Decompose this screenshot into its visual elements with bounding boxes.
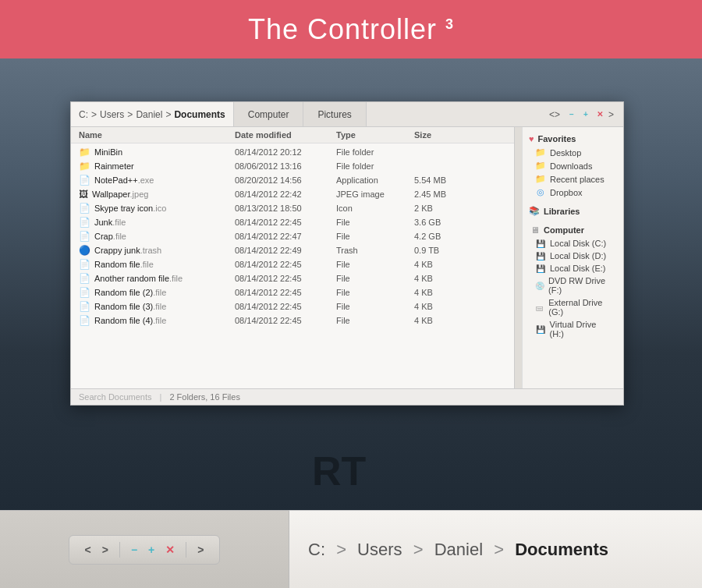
file-size: 0.9 TB xyxy=(414,246,477,255)
table-row[interactable]: 📄 Random file.file 08/14/2012 22:45 File… xyxy=(71,257,514,271)
file-date: 08/20/2012 14:56 xyxy=(235,175,336,185)
table-row[interactable]: 📄 Another random file.file 08/14/2012 22… xyxy=(71,271,514,285)
sidebar-computer-section: 🖥 Computer 💾 Local Disk (C:) 💾 Local Dis… xyxy=(523,223,623,340)
col-name: Name xyxy=(79,130,235,140)
sidebar-item-drive-g[interactable]: 🖴 External Drive (G:) xyxy=(523,296,623,318)
sidebar-item-drive-f[interactable]: 💿 DVD RW Drive (F:) xyxy=(523,275,623,296)
tab-computer[interactable]: Computer xyxy=(234,102,304,126)
disk-icon: 💿 xyxy=(535,282,544,290)
bc-users: Users xyxy=(100,109,124,120)
table-row[interactable]: 📄 NotePad++.exe 08/20/2012 14:56 Applica… xyxy=(71,173,514,187)
nav-forward-btn[interactable]: > xyxy=(194,542,207,558)
file-type: Trash xyxy=(336,246,414,255)
minimize-button[interactable]: − xyxy=(566,109,577,120)
file-size: 2 KB xyxy=(414,204,477,213)
file-type-icon: 📄 xyxy=(79,175,90,186)
table-row[interactable]: 📁 MiniBin 08/14/2012 20:12 File folder xyxy=(71,145,514,159)
col-date: Date modified xyxy=(235,130,336,140)
sidebar-item-dropbox[interactable]: ◎ Dropbox xyxy=(523,186,623,199)
file-type: File folder xyxy=(336,147,414,157)
fm-content: Name Date modified Type Size 📁 MiniBin 0… xyxy=(71,127,623,388)
table-row[interactable]: 🔵 Crappy junk.trash 08/14/2012 22:49 Tra… xyxy=(71,243,514,257)
favorites-label: Favorites xyxy=(538,134,576,143)
window-controls: <> − + ✕ > xyxy=(543,102,623,126)
file-type: File xyxy=(336,218,414,227)
table-row[interactable]: 📄 Random file (2).file 08/14/2012 22:45 … xyxy=(71,285,514,299)
table-row[interactable]: 📄 Random file (3).file 08/14/2012 22:45 … xyxy=(71,299,514,313)
file-type: File folder xyxy=(336,161,414,171)
table-row[interactable]: 🖼 Wallpaper.jpeg 08/14/2012 22:42 JPEG i… xyxy=(71,187,514,201)
sidebar: ♥ Favorites 📁 Desktop 📁 Downloads 📁 Rece… xyxy=(522,127,623,388)
file-name: 🔵 Crappy junk.trash xyxy=(79,245,235,256)
disk-icon: 💾 xyxy=(535,239,546,248)
file-type: File xyxy=(336,288,414,297)
heart-icon: ♥ xyxy=(529,134,534,143)
file-name: 🖼 Wallpaper.jpeg xyxy=(79,189,235,200)
bottom-right-panel: C: > Users > Daniel > Documents xyxy=(289,510,702,588)
file-size: 4 KB xyxy=(414,316,477,325)
sidebar-item-drive-e[interactable]: 💾 Local Disk (E:) xyxy=(523,262,623,275)
table-row[interactable]: 📄 Random file (4).file 08/14/2012 22:45 … xyxy=(71,313,514,328)
nav-right-btn[interactable]: > xyxy=(99,542,112,558)
table-row[interactable]: 📄 Crap.file 08/14/2012 22:47 File 4.2 GB xyxy=(71,229,514,243)
nav-close-btn[interactable]: ✕ xyxy=(162,542,178,558)
sidebar-item-desktop[interactable]: 📁 Desktop xyxy=(523,146,623,159)
file-date: 08/06/2012 13:16 xyxy=(235,161,336,171)
sidebar-item-recent[interactable]: 📁 Recent places xyxy=(523,172,623,186)
app-title: The Controller 3 xyxy=(248,13,454,46)
libraries-label: Libraries xyxy=(544,207,580,216)
file-size: 2.45 MB xyxy=(414,190,477,199)
bc2-c: C: xyxy=(308,540,325,559)
file-type-icon: 📄 xyxy=(79,231,90,242)
file-date: 08/14/2012 22:42 xyxy=(235,190,336,199)
file-date: 08/13/2012 18:50 xyxy=(235,204,336,213)
file-date: 08/14/2012 22:45 xyxy=(235,288,336,297)
watermark: RT xyxy=(312,448,366,494)
close-button[interactable]: ✕ xyxy=(594,109,605,120)
tab-bar: C: > Users > Daniel > Documents Computer… xyxy=(71,102,623,127)
search-documents[interactable]: Search Documents xyxy=(79,392,152,402)
folder-icon: 📁 xyxy=(535,161,546,171)
file-size: 4.2 GB xyxy=(414,232,477,241)
file-size: 5.54 MB xyxy=(414,175,477,185)
disk-icon: 💾 xyxy=(535,264,546,273)
add-button[interactable]: + xyxy=(580,109,591,120)
table-row[interactable]: 📁 Rainmeter 08/06/2012 13:16 File folder xyxy=(71,159,514,173)
disk-icon: 🖴 xyxy=(535,303,544,312)
table-row[interactable]: 📄 Skype tray icon.ico 08/13/2012 18:50 I… xyxy=(71,201,514,215)
bc-daniel: Daniel xyxy=(136,109,162,120)
bc-documents: Documents xyxy=(174,109,225,120)
computer-label: Computer xyxy=(544,225,584,235)
sidebar-item-drive-c[interactable]: 💾 Local Disk (C:) xyxy=(523,237,623,250)
scrollbar[interactable] xyxy=(514,127,522,388)
file-type: File xyxy=(336,274,414,283)
nav-forward-icon[interactable]: > xyxy=(608,109,614,120)
file-type: Application xyxy=(336,175,414,185)
file-type-icon: 🖼 xyxy=(79,189,88,200)
sidebar-item-drive-d[interactable]: 💾 Local Disk (D:) xyxy=(523,250,623,262)
sidebar-item-downloads[interactable]: 📁 Downloads xyxy=(523,159,623,172)
nav-minus-btn[interactable]: − xyxy=(128,542,140,558)
file-date: 08/14/2012 22:45 xyxy=(235,302,336,311)
file-size: 4 KB xyxy=(414,288,477,297)
breadcrumb: C: > Users > Daniel > Documents xyxy=(71,102,234,126)
table-row[interactable]: 📄 Junk.file 08/14/2012 22:45 File 3.6 GB xyxy=(71,215,514,229)
nav-plus-btn[interactable]: + xyxy=(145,542,158,558)
status-bar: Search Documents | 2 Folders, 16 Files xyxy=(71,388,623,405)
tab-pictures[interactable]: Pictures xyxy=(303,102,366,126)
nav-separator xyxy=(119,542,120,558)
nav-left-btn[interactable]: < xyxy=(82,542,94,558)
file-name: 📁 MiniBin xyxy=(79,147,235,158)
bc2-documents: Documents xyxy=(515,540,608,559)
folder-icon: 📁 xyxy=(535,174,546,184)
file-name: 📄 Another random file.file xyxy=(79,273,235,284)
nav-back-icon[interactable]: <> xyxy=(549,109,560,120)
file-name: 📄 Random file (3).file xyxy=(79,301,235,312)
file-type: File xyxy=(336,316,414,325)
sidebar-item-drive-h[interactable]: 💾 Virtual Drive (H:) xyxy=(523,318,623,340)
file-type-icon: 📄 xyxy=(79,273,90,284)
tab-spacer xyxy=(367,102,543,126)
file-date: 08/14/2012 22:45 xyxy=(235,316,336,325)
file-type-icon: 📄 xyxy=(79,301,90,312)
libraries-icon: 📚 xyxy=(529,206,540,216)
